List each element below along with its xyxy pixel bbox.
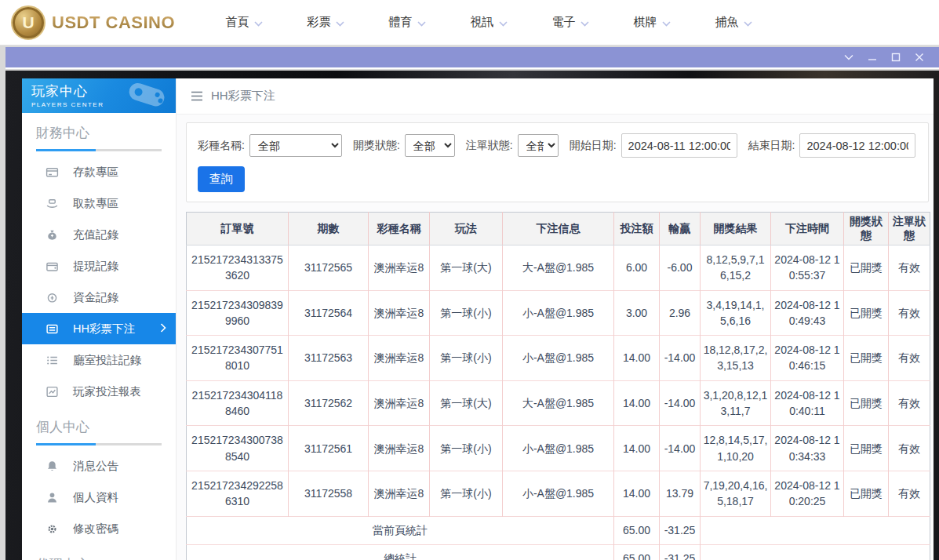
cell-period: 31172564 — [289, 290, 369, 336]
sidebar-item[interactable]: 修改密碼 — [22, 513, 176, 544]
order-status-select[interactable]: 全部 — [518, 134, 559, 157]
sidebar-item[interactable]: 存款專區 — [22, 156, 176, 187]
cell-draw-result: 8,12,5,9,7,16,15,2 — [701, 245, 771, 291]
cell-period: 31172561 — [289, 426, 369, 471]
summary-empty-cell — [701, 516, 930, 544]
cell-draw-result: 3,4,19,14,1,5,6,16 — [701, 290, 771, 336]
cell-bet-info: 大-A盤@1.985 — [503, 245, 614, 291]
cell-bet-time: 2024-08-12 10:46:15 — [771, 336, 844, 381]
draw-status-select[interactable]: 全部 — [405, 134, 455, 157]
chevron-down-icon — [417, 16, 426, 29]
search-button[interactable]: 查詢 — [198, 166, 245, 192]
summary-winloss-total: -31.25 — [660, 544, 701, 560]
cell-win-loss: -14.00 — [660, 426, 701, 471]
recharge-record-icon — [45, 228, 59, 242]
withdraw-icon — [45, 197, 59, 210]
cell-bet-amount: 14.00 — [614, 380, 660, 426]
cell-order-status: 有效 — [889, 290, 930, 336]
funds-record-icon — [45, 291, 59, 304]
window-close-button[interactable] — [908, 48, 931, 67]
cell-win-loss: -14.00 — [660, 336, 701, 381]
nav-item[interactable]: 體育 — [366, 0, 448, 45]
player-report-icon — [45, 385, 59, 398]
cell-order-no: 2152172343133753620 — [187, 245, 289, 291]
sidebar-item-label: 充值記錄 — [73, 227, 118, 242]
cell-win-loss: -6.00 — [660, 245, 701, 291]
sidebar-item-label: 玩家投注報表 — [73, 384, 141, 399]
cell-play-type: 第一球(大) — [430, 245, 503, 291]
cell-play-type: 第一球(小) — [430, 426, 503, 471]
sidebar-item[interactable]: 充值記錄 — [22, 219, 176, 250]
chevron-down-icon — [581, 16, 589, 29]
cell-draw-status: 已開獎 — [844, 290, 889, 336]
cell-bet-info: 大-A盤@1.985 — [503, 380, 614, 426]
sidebar-item[interactable]: 提現記錄 — [22, 250, 176, 282]
sidebar-item[interactable]: 消息公告 — [22, 450, 176, 482]
summary-bet-total: 65.00 — [614, 516, 660, 544]
nav-item[interactable]: 電子 — [530, 0, 611, 45]
column-header-bet-time: 下注時間 — [771, 213, 844, 245]
cell-bet-time: 2024-08-12 10:55:37 — [771, 245, 844, 291]
sidebar-item[interactable]: 廳室投註記錄 — [22, 344, 176, 376]
cell-draw-status: 已開獎 — [844, 380, 889, 426]
sidebar-item-label: HH彩票下注 — [73, 322, 135, 336]
window-minimize-button[interactable] — [861, 48, 884, 67]
window-content: 玩家中心 PLAYERS CENTER 財務中心存款專區取款專區充值記錄提現記錄… — [5, 71, 939, 560]
lottery-bet-icon — [45, 322, 59, 336]
window-collapse-button[interactable] — [837, 48, 861, 67]
room-bet-record-icon — [45, 354, 59, 367]
password-icon — [45, 522, 59, 536]
nav-item-label: 棋牌 — [634, 15, 657, 30]
profile-icon — [45, 491, 59, 504]
sidebar-item-label: 消息公告 — [73, 459, 118, 474]
start-date-input[interactable] — [621, 133, 737, 158]
deposit-icon — [45, 165, 59, 179]
cell-draw-result: 12,8,14,5,17,1,10,20 — [701, 426, 771, 471]
sidebar-section-title: 個人中心 — [22, 407, 176, 436]
nav-item-label: 彩票 — [308, 15, 331, 30]
summary-row-total: 總統計65.00-31.25 — [187, 544, 930, 560]
summary-row-current-page: 當前頁統計65.00-31.25 — [187, 516, 930, 544]
nav-item-label: 首頁 — [226, 15, 249, 30]
breadcrumb: HH彩票下注 — [177, 78, 934, 115]
sidebar-item-label: 修改密碼 — [73, 522, 118, 536]
cell-bet-info: 小-A盤@1.985 — [503, 471, 614, 516]
cell-draw-status: 已開獎 — [844, 336, 889, 381]
summary-label: 當前頁統計 — [187, 516, 614, 544]
cell-lottery-name: 澳洲幸运8 — [369, 380, 430, 426]
sidebar-section-title: 代理中心 — [22, 544, 176, 560]
lottery-name-select[interactable]: 全部 — [249, 134, 342, 157]
end-date-input[interactable] — [799, 133, 915, 158]
nav-item[interactable]: 視訊 — [448, 0, 530, 45]
sidebar-header: 玩家中心 PLAYERS CENTER — [22, 78, 176, 113]
nav-item[interactable]: 彩票 — [285, 0, 366, 45]
cell-bet-info: 小-A盤@1.985 — [503, 426, 614, 471]
sidebar-item[interactable]: 玩家投注報表 — [22, 376, 176, 407]
nav-item-label: 體育 — [389, 15, 413, 30]
sidebar-item[interactable]: 資金記錄 — [22, 282, 176, 313]
cell-draw-status: 已開獎 — [844, 426, 889, 471]
sidebar-item[interactable]: 個人資料 — [22, 482, 176, 513]
lottery-name-label: 彩種名稱: — [198, 139, 245, 153]
cell-lottery-name: 澳洲幸运8 — [369, 471, 430, 516]
sidebar-item-label: 存款專區 — [73, 165, 118, 180]
nav-item[interactable]: 捕魚 — [693, 0, 774, 45]
window-maximize-button[interactable] — [884, 48, 908, 67]
cell-order-no: 2152172343007388540 — [187, 426, 289, 471]
sidebar: 玩家中心 PLAYERS CENTER 財務中心存款專區取款專區充值記錄提現記錄… — [22, 78, 177, 560]
cell-period: 31172562 — [289, 380, 369, 426]
sidebar-item-active[interactable]: HH彩票下注 — [22, 313, 176, 344]
cell-bet-amount: 3.00 — [614, 290, 660, 336]
column-header-order-no: 訂單號 — [187, 213, 289, 245]
column-header-period: 期數 — [289, 213, 369, 245]
cell-draw-status: 已開獎 — [844, 245, 889, 291]
sidebar-item[interactable]: 取款專區 — [22, 187, 176, 219]
cell-lottery-name: 澳洲幸运8 — [369, 245, 430, 291]
brand-logo[interactable]: U USDT CASINO — [11, 5, 180, 40]
nav-item[interactable]: 棋牌 — [611, 0, 693, 45]
cell-win-loss: -14.00 — [660, 380, 701, 426]
nav-item[interactable]: 首頁 — [203, 0, 285, 45]
bet-records-table: 訂單號期數彩種名稱玩法下注信息投注額輸贏開獎結果下注時間開獎狀態注單狀態2152… — [186, 212, 930, 560]
hamburger-menu-icon[interactable] — [191, 91, 203, 101]
brand-logo-icon: U — [11, 5, 45, 40]
